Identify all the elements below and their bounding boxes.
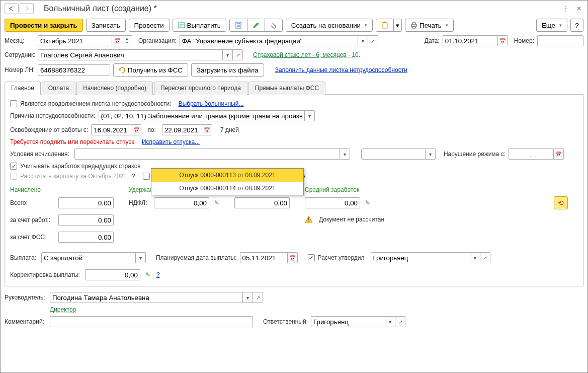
manager-input[interactable]	[50, 292, 243, 303]
tab-direct[interactable]: Прямые выплаты ФСС	[248, 82, 325, 95]
approved-input[interactable]	[371, 252, 470, 263]
forward-button[interactable]	[20, 3, 34, 14]
more-menu-icon[interactable]: ⋮	[561, 4, 570, 13]
fill-data-link[interactable]: Заполнить данные листка нетрудоспособнос…	[275, 66, 407, 73]
consider-prev-checkbox[interactable]	[10, 163, 17, 170]
conditions-dd[interactable]: ▾	[340, 148, 350, 160]
ndfl-label: НДФЛ:	[129, 199, 151, 206]
date-to-input[interactable]	[162, 124, 202, 135]
planned-date-input[interactable]	[240, 252, 288, 263]
comment-input[interactable]	[50, 316, 253, 327]
approved-open[interactable]: ↗	[480, 252, 490, 263]
conditions-input[interactable]	[74, 148, 340, 160]
document-icon	[235, 22, 242, 29]
correction-edit-icon[interactable]: ✎	[145, 271, 150, 278]
stazh-link[interactable]: Страховой стаж: лет - 6; месяцев - 10.	[253, 51, 360, 58]
create-based-button[interactable]: Создать на основании	[286, 19, 373, 32]
svg-rect-4	[411, 24, 416, 27]
svg-rect-6	[412, 27, 415, 28]
payout-input[interactable]	[41, 252, 136, 263]
calendar-icon[interactable]: 📅	[112, 35, 122, 46]
extra-dd[interactable]: ▾	[426, 148, 436, 160]
month-spinner[interactable]: ▲▼	[122, 35, 132, 46]
avg-input[interactable]	[305, 197, 360, 208]
total-input[interactable]	[58, 197, 114, 208]
close-icon[interactable]: ✕	[574, 4, 583, 13]
date-from-calendar[interactable]: 📅	[131, 124, 141, 135]
extra-input[interactable]	[361, 148, 426, 160]
date-from-input[interactable]	[91, 124, 131, 135]
pay-button[interactable]: Выплатить	[173, 19, 226, 32]
date-to-calendar[interactable]: 📅	[202, 124, 212, 135]
vacation-option-2[interactable]: Отпуск 0000-000114 от 08.09.2021	[151, 182, 303, 195]
comment-label: Комментарий:	[5, 318, 47, 325]
responsible-input[interactable]	[311, 316, 385, 327]
arrow-left-icon	[9, 6, 15, 11]
manager-dd[interactable]: ▾	[243, 292, 253, 303]
ln-input[interactable]	[38, 64, 110, 76]
calc-salary-help[interactable]: ?	[132, 173, 135, 180]
manager-title-link[interactable]: Директор	[50, 306, 76, 313]
violation-date-input[interactable]	[509, 148, 554, 160]
fix-vacation-link[interactable]: Исправить отпуска...	[142, 138, 200, 145]
more-button[interactable]: Еще	[536, 19, 567, 32]
month-input[interactable]	[38, 35, 112, 46]
date-calendar-icon[interactable]: 📅	[498, 35, 508, 46]
number-input[interactable]	[537, 35, 583, 46]
reason-dd[interactable]: ▾	[305, 110, 315, 121]
reason-input[interactable]	[99, 110, 305, 121]
correction-help[interactable]: ?	[156, 271, 160, 278]
post-and-close-button[interactable]: Провести и закрыть	[5, 19, 83, 32]
print-button[interactable]: Печать	[405, 19, 454, 32]
employee-input[interactable]	[38, 49, 223, 60]
org-dd[interactable]: ▾	[358, 35, 368, 46]
clipboard-icon	[381, 22, 388, 29]
tab-payment[interactable]: Оплата	[42, 82, 75, 95]
svg-rect-3	[383, 22, 386, 23]
get-fss-button[interactable]: Получить из ФСС	[113, 63, 188, 77]
manager-open[interactable]: ↗	[253, 292, 263, 303]
avg-edit-icon[interactable]: ✎	[365, 199, 370, 206]
vacation-option-1[interactable]: Отпуск 0000-000113 от 08.09.2021	[151, 169, 303, 182]
edit-icon-button[interactable]	[247, 19, 265, 32]
reason-label: Причина нетрудоспособности:	[10, 112, 96, 119]
tab-main[interactable]: Главное	[5, 82, 41, 95]
load-file-button[interactable]: Загрузить из файла	[191, 63, 264, 77]
select-ln-link[interactable]: Выбрать больничный...	[179, 100, 244, 107]
responsible-open[interactable]: ↗	[395, 316, 405, 327]
release-label: Освобождение от работы с:	[10, 126, 88, 133]
responsible-dd[interactable]: ▾	[385, 316, 395, 327]
conditions-label: Условия исчисления:	[10, 151, 69, 158]
post-button[interactable]: Провести	[129, 19, 170, 32]
attach-button[interactable]	[265, 19, 283, 32]
recalculate-button[interactable]: ⟲	[554, 196, 568, 209]
not-calc-label: Документ не рассчитан	[319, 216, 384, 223]
planned-date-calendar[interactable]: 📅	[288, 252, 298, 263]
approved-checkbox[interactable]	[308, 254, 315, 261]
help-button[interactable]: ?	[570, 19, 583, 32]
org-open[interactable]: ↗	[368, 35, 378, 46]
clip-icon	[270, 22, 277, 29]
document-icon-button[interactable]	[229, 19, 247, 32]
violation-calendar[interactable]: 📅	[554, 148, 564, 160]
org-input[interactable]	[180, 35, 358, 46]
employer-input[interactable]	[58, 214, 114, 226]
supplement-checkbox[interactable]	[143, 173, 150, 180]
correction-input[interactable]	[85, 269, 140, 280]
ndfl-edit-icon[interactable]: ✎	[214, 199, 219, 206]
ndfl-input[interactable]	[154, 197, 209, 208]
employee-open[interactable]: ↗	[233, 49, 243, 60]
approved-dd[interactable]: ▾	[470, 252, 480, 263]
payout-dd[interactable]: ▾	[136, 252, 146, 263]
tab-accrued[interactable]: Начислено (подробно)	[76, 82, 153, 95]
recalc-input[interactable]	[234, 197, 290, 208]
continuation-checkbox[interactable]	[10, 100, 17, 107]
save-button[interactable]: Записать	[86, 19, 126, 32]
tab-recalc[interactable]: Пересчет прошлого периода	[154, 82, 247, 95]
date-input[interactable]	[443, 35, 498, 46]
clipboard-button[interactable]	[376, 19, 394, 32]
employee-dd[interactable]: ▾	[223, 49, 233, 60]
fss-input[interactable]	[58, 232, 114, 243]
back-button[interactable]	[5, 3, 19, 14]
clipboard-dd-button[interactable]: ▾	[393, 19, 402, 32]
